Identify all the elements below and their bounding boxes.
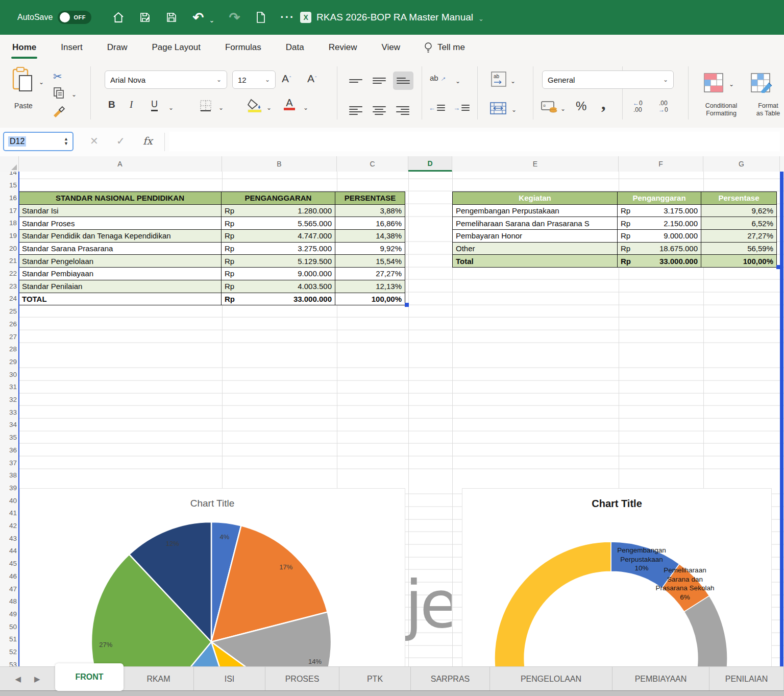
name-box-spinner[interactable]: ▲▼ (64, 137, 68, 146)
orientation-menu-chevron-icon[interactable]: ⌄ (455, 78, 460, 85)
cell-label[interactable]: Standar Proses (19, 217, 222, 230)
column-header-A[interactable]: A (18, 156, 222, 172)
align-left-icon[interactable] (346, 102, 365, 118)
total-amount[interactable]: Rp33.000.000 (618, 255, 701, 268)
fill-handle[interactable] (776, 265, 780, 269)
table-row[interactable]: Standar Pendidik dan Tenaga Kependidikan… (19, 230, 405, 243)
cell-amount[interactable]: Rp9.000.000 (618, 230, 701, 243)
title-chevron-icon[interactable]: ⌄ (478, 15, 484, 22)
cell-label[interactable]: Standar Pembiayaan (19, 268, 222, 280)
table-row[interactable]: Standar ProsesRp5.565.00016,86% (19, 217, 405, 230)
cell-percent[interactable]: 27,27% (335, 268, 405, 280)
copy-icon[interactable] (53, 87, 64, 99)
wrap-text-icon[interactable]: ab (491, 71, 506, 87)
row-header-41[interactable]: 41 (0, 507, 18, 520)
column-header-E[interactable]: E (452, 156, 619, 172)
fill-color-menu-chevron-icon[interactable]: ⌄ (266, 104, 272, 111)
sheet-tab-sarpras[interactable]: SARPRAS (411, 667, 490, 691)
grow-font-icon[interactable]: Aˆ (282, 73, 291, 85)
column-header-C[interactable]: C (337, 156, 408, 172)
font-size-select[interactable]: 12⌄ (232, 70, 276, 89)
cell-amount[interactable]: Rp5.565.000 (222, 217, 335, 230)
new-document-icon[interactable] (254, 11, 267, 24)
cell-percent[interactable]: 12,13% (335, 280, 405, 293)
row-header-30[interactable]: 30 (0, 368, 18, 381)
row-header-20[interactable]: 20 (0, 242, 18, 255)
save-as-icon[interactable] (138, 11, 152, 24)
sheet-tab-front[interactable]: FRONT (55, 663, 124, 691)
paste-menu-chevron-icon[interactable]: ⌄ (39, 79, 44, 86)
total-label[interactable]: Total (453, 255, 618, 268)
row-header-52[interactable]: 52 (0, 645, 18, 658)
cell-amount[interactable]: Rp4.003.500 (222, 280, 335, 293)
table-row[interactable]: Pengembangan PerpustakaanRp3.175.0009,62… (453, 205, 777, 218)
table-row[interactable]: Standar PenilaianRp4.003.50012,13% (19, 280, 405, 293)
number-format-select[interactable]: General⌄ (542, 70, 674, 89)
row-header-28[interactable]: 28 (0, 343, 18, 355)
sheet-tab-pengelolaan[interactable]: PENGELOLAAN (490, 667, 612, 691)
cell-percent[interactable]: 15,54% (335, 255, 405, 268)
increase-indent-icon[interactable]: → (453, 103, 470, 112)
align-top-icon[interactable] (346, 73, 365, 89)
merge-center-icon[interactable] (490, 102, 506, 114)
row-header-46[interactable]: 46 (0, 570, 18, 583)
select-all-corner[interactable] (0, 156, 19, 172)
row-header-21[interactable]: 21 (0, 255, 18, 268)
cell-percent[interactable]: 3,88% (335, 205, 405, 218)
undo-icon[interactable]: ↶ (191, 11, 205, 24)
format-painter-icon[interactable] (52, 105, 65, 118)
copy-menu-chevron-icon[interactable]: ⌄ (71, 91, 77, 98)
wrap-text-menu-chevron-icon[interactable]: ⌄ (510, 78, 516, 85)
insert-function-icon[interactable]: fx (143, 135, 153, 147)
cell-label[interactable]: Pengembangan Perpustakaan (453, 205, 618, 218)
row-header-31[interactable]: 31 (0, 381, 18, 394)
sheet-nav-right-icon[interactable]: ▶ (34, 675, 40, 684)
cell-percent[interactable]: 16,86% (335, 217, 405, 230)
cell-label[interactable]: Standar Pengelolaan (19, 255, 222, 268)
row-header-38[interactable]: 38 (0, 469, 18, 482)
sheet-tab-rkam[interactable]: RKAM (124, 667, 194, 691)
total-label[interactable]: TOTAL (19, 293, 222, 306)
cell-label[interactable]: Pemeliharaan Sarana dan Prasarana S (453, 217, 618, 230)
row-header-43[interactable]: 43 (0, 532, 18, 545)
increase-decimal-icon[interactable]: ←0.00 (633, 100, 643, 113)
total-amount[interactable]: Rp33.000.000 (222, 293, 335, 306)
row-header-26[interactable]: 26 (0, 318, 18, 330)
menu-tab-data[interactable]: Data (285, 39, 305, 56)
table-row[interactable]: OtherRp18.675.00056,59% (453, 243, 777, 255)
cell-percent[interactable]: 9,62% (701, 205, 777, 218)
home-icon[interactable] (112, 11, 125, 24)
italic-button[interactable]: I (130, 99, 133, 110)
total-percent[interactable]: 100,00% (701, 255, 777, 268)
row-header-27[interactable]: 27 (0, 330, 18, 343)
align-bottom-icon[interactable] (393, 71, 413, 90)
save-icon[interactable] (165, 11, 178, 24)
formula-input[interactable] (169, 132, 780, 151)
row-header-18[interactable]: 18 (0, 217, 18, 229)
column-header-D[interactable]: D (408, 156, 452, 172)
conditional-formatting-chevron-icon[interactable]: ⌄ (729, 81, 734, 88)
menu-tab-draw[interactable]: Draw (106, 39, 129, 56)
sheet-tab-pembiayaan[interactable]: PEMBIAYAAN (612, 667, 709, 691)
cell-percent[interactable]: 56,59% (701, 243, 777, 255)
row-header-24[interactable]: 24 (0, 293, 18, 305)
cell-label[interactable]: Standar Pendidik dan Tenaga Kependidikan (19, 230, 222, 243)
sheet-tab-penilaian[interactable]: PENILAIAN (709, 667, 784, 691)
cell-amount[interactable]: Rp18.675.000 (618, 243, 701, 255)
row-header-22[interactable]: 22 (0, 267, 18, 280)
cell-label[interactable]: Pembayaran Honor (453, 230, 618, 243)
sheet-nav-left-icon[interactable]: ◀ (15, 675, 21, 684)
row-header-16[interactable]: 16 (0, 191, 18, 204)
row-header-36[interactable]: 36 (0, 444, 18, 457)
fill-color-icon[interactable] (247, 98, 262, 112)
row-header-48[interactable]: 48 (0, 595, 18, 608)
font-name-select[interactable]: Arial Nova⌄ (105, 70, 227, 89)
orientation-icon[interactable]: ab→ (430, 74, 446, 82)
cell-label[interactable]: Other (453, 243, 618, 255)
menu-tab-formulas[interactable]: Formulas (224, 39, 262, 56)
row-header-33[interactable]: 33 (0, 406, 18, 419)
row-header-50[interactable]: 50 (0, 620, 18, 633)
cell-label[interactable]: Standar Penilaian (19, 280, 222, 293)
cell-percent[interactable]: 27,27% (701, 230, 777, 243)
row-header-19[interactable]: 19 (0, 229, 18, 242)
